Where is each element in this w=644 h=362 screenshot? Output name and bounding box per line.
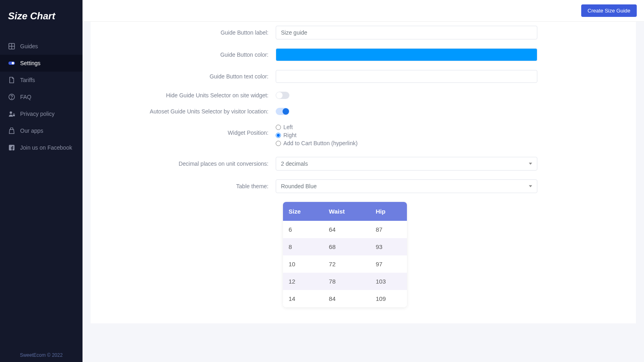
cell: 8: [283, 238, 323, 255]
sidebar-item-label: Settings: [20, 60, 41, 66]
cell: 109: [370, 290, 407, 307]
autoset-units-toggle[interactable]: [276, 108, 289, 115]
size-guide-preview-table: Size Waist Hip 66487 86893 107297 127810…: [283, 202, 407, 307]
table-row: 66487: [283, 221, 407, 238]
user-lock-icon: [8, 110, 15, 117]
cell: 72: [323, 255, 370, 273]
facebook-icon: [8, 144, 15, 151]
decimal-places-select[interactable]: 2 decimals: [276, 157, 537, 171]
cell: 97: [370, 255, 407, 273]
radio-option-cart[interactable]: Add to Cart Button (hyperlink): [276, 140, 537, 146]
sidebar-item-label: Our apps: [20, 128, 43, 134]
app-title: Size Chart: [0, 0, 83, 38]
radio-cart[interactable]: [276, 141, 281, 146]
label-decimal-places: Decimal places on unit conversions:: [103, 160, 276, 167]
topbar: Create Size Guide: [83, 0, 644, 22]
label-hide-units-selector: Hide Guide Units Selector on site widget…: [103, 92, 276, 99]
label-guide-button-color: Guide Button color:: [103, 51, 276, 58]
sidebar-item-label: Privacy policy: [20, 111, 55, 117]
guide-button-label-input[interactable]: [276, 26, 537, 39]
table-row: 86893: [283, 238, 407, 255]
sidebar-item-faq[interactable]: FAQ: [0, 88, 83, 105]
sidebar-nav: Guides Settings Tariffs FAQ Privacy poli…: [0, 38, 83, 348]
cell: 84: [323, 290, 370, 307]
sidebar-item-settings[interactable]: Settings: [0, 55, 83, 72]
toggle-knob: [283, 108, 289, 115]
row-guide-button-text-color: Guide Button text color:: [103, 70, 624, 83]
svg-point-4: [12, 62, 14, 64]
radio-label: Right: [283, 132, 297, 138]
cell: 68: [323, 238, 370, 255]
bag-icon: [8, 127, 15, 134]
help-icon: [8, 93, 15, 101]
sidebar-item-apps[interactable]: Our apps: [0, 122, 83, 139]
toggle-icon: [8, 60, 15, 67]
label-guide-button-label: Guide Button label:: [103, 29, 276, 36]
cell: 10: [283, 255, 323, 273]
sidebar: Size Chart Guides Settings Tariffs FAQ: [0, 0, 83, 362]
toggle-knob: [276, 92, 283, 99]
table-row: 1278103: [283, 273, 407, 290]
label-widget-position: Widget Position:: [103, 124, 276, 136]
table-row: 1484109: [283, 290, 407, 307]
cell: 12: [283, 273, 323, 290]
row-hide-units-selector: Hide Guide Units Selector on site widget…: [103, 92, 624, 99]
row-widget-position: Widget Position: Left Right Add to Cart …: [103, 124, 624, 148]
sidebar-item-label: Join us on Facebook: [20, 144, 72, 151]
label-table-theme: Table theme:: [103, 183, 276, 189]
widget-position-radio-group: Left Right Add to Cart Button (hyperlink…: [276, 124, 537, 148]
grid-icon: [8, 43, 15, 50]
sidebar-item-guides[interactable]: Guides: [0, 38, 83, 55]
cell: 14: [283, 290, 323, 307]
svg-point-7: [10, 111, 12, 114]
settings-form: Guide Button label: Guide Button color: …: [91, 22, 636, 323]
sidebar-item-facebook[interactable]: Join us on Facebook: [0, 139, 83, 156]
guide-button-text-color-input[interactable]: [276, 70, 537, 83]
cell: 87: [370, 221, 407, 238]
svg-point-6: [12, 99, 12, 99]
create-size-guide-button[interactable]: Create Size Guide: [581, 4, 637, 17]
select-value: 2 decimals: [281, 160, 308, 167]
row-table-theme: Table theme: Rounded Blue: [103, 179, 624, 193]
svg-rect-8: [13, 115, 15, 116]
cell: 6: [283, 221, 323, 238]
table-header-row: Size Waist Hip: [283, 202, 407, 221]
row-decimal-places: Decimal places on unit conversions: 2 de…: [103, 157, 624, 171]
cell: 93: [370, 238, 407, 255]
col-size: Size: [283, 202, 323, 221]
sidebar-footer: SweetEcom © 2022: [0, 348, 83, 362]
sidebar-item-tariffs[interactable]: Tariffs: [0, 72, 83, 88]
label-guide-button-text-color: Guide Button text color:: [103, 73, 276, 80]
table-theme-select[interactable]: Rounded Blue: [276, 179, 537, 193]
col-waist: Waist: [323, 202, 370, 221]
sidebar-item-privacy[interactable]: Privacy policy: [0, 105, 83, 122]
label-autoset-units: Autoset Guide Units Selector by visitor …: [103, 108, 276, 115]
radio-left[interactable]: [276, 125, 281, 130]
radio-label: Add to Cart Button (hyperlink): [283, 140, 357, 146]
radio-label: Left: [283, 124, 293, 130]
sidebar-item-label: FAQ: [20, 94, 31, 100]
row-guide-button-label: Guide Button label:: [103, 26, 624, 39]
sidebar-item-label: Tariffs: [20, 77, 35, 83]
radio-option-left[interactable]: Left: [276, 124, 537, 130]
cell: 78: [323, 273, 370, 290]
col-hip: Hip: [370, 202, 407, 221]
content: Guide Button label: Guide Button color: …: [83, 22, 644, 362]
row-autoset-units: Autoset Guide Units Selector by visitor …: [103, 108, 624, 115]
radio-option-right[interactable]: Right: [276, 132, 537, 138]
file-icon: [8, 76, 15, 84]
table-row: 107297: [283, 255, 407, 273]
radio-right[interactable]: [276, 133, 281, 138]
sidebar-item-label: Guides: [20, 43, 38, 49]
guide-button-color-input[interactable]: [276, 48, 537, 61]
main: Create Size Guide Guide Button label: Gu…: [83, 0, 644, 362]
row-guide-button-color: Guide Button color:: [103, 48, 624, 61]
hide-units-selector-toggle[interactable]: [276, 92, 289, 99]
select-value: Rounded Blue: [281, 183, 317, 189]
cell: 103: [370, 273, 407, 290]
cell: 64: [323, 221, 370, 238]
